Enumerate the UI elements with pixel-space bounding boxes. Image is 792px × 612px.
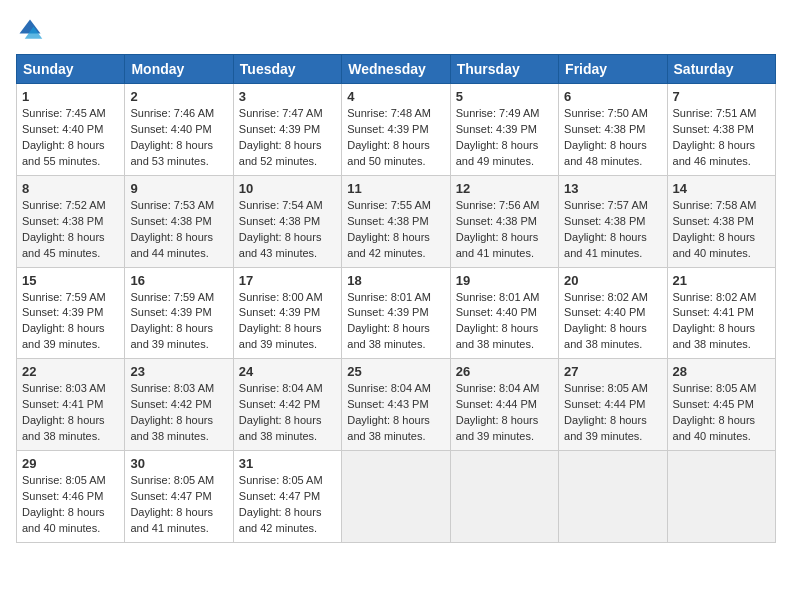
day-info: Sunrise: 8:05 AMSunset: 4:44 PMDaylight:…	[564, 381, 661, 445]
day-info: Sunrise: 8:05 AMSunset: 4:47 PMDaylight:…	[130, 473, 227, 537]
calendar-day-cell: 6 Sunrise: 7:50 AMSunset: 4:38 PMDayligh…	[559, 84, 667, 176]
day-info: Sunrise: 7:59 AMSunset: 4:39 PMDaylight:…	[22, 290, 119, 354]
day-number: 10	[239, 181, 336, 196]
calendar-day-cell: 22 Sunrise: 8:03 AMSunset: 4:41 PMDaylig…	[17, 359, 125, 451]
day-number: 23	[130, 364, 227, 379]
calendar-day-cell: 15 Sunrise: 7:59 AMSunset: 4:39 PMDaylig…	[17, 267, 125, 359]
day-info: Sunrise: 8:02 AMSunset: 4:41 PMDaylight:…	[673, 290, 770, 354]
day-number: 18	[347, 273, 444, 288]
day-number: 25	[347, 364, 444, 379]
day-number: 19	[456, 273, 553, 288]
day-number: 20	[564, 273, 661, 288]
calendar-body: 1 Sunrise: 7:45 AMSunset: 4:40 PMDayligh…	[17, 84, 776, 543]
day-number: 12	[456, 181, 553, 196]
day-number: 9	[130, 181, 227, 196]
day-info: Sunrise: 8:05 AMSunset: 4:45 PMDaylight:…	[673, 381, 770, 445]
calendar-week-row: 15 Sunrise: 7:59 AMSunset: 4:39 PMDaylig…	[17, 267, 776, 359]
calendar-day-cell	[559, 451, 667, 543]
day-info: Sunrise: 7:51 AMSunset: 4:38 PMDaylight:…	[673, 106, 770, 170]
calendar-day-cell: 19 Sunrise: 8:01 AMSunset: 4:40 PMDaylig…	[450, 267, 558, 359]
day-number: 11	[347, 181, 444, 196]
day-number: 7	[673, 89, 770, 104]
weekday-header-cell: Wednesday	[342, 55, 450, 84]
day-number: 17	[239, 273, 336, 288]
day-number: 2	[130, 89, 227, 104]
logo-icon	[16, 16, 44, 44]
day-number: 26	[456, 364, 553, 379]
calendar-day-cell: 4 Sunrise: 7:48 AMSunset: 4:39 PMDayligh…	[342, 84, 450, 176]
day-info: Sunrise: 7:46 AMSunset: 4:40 PMDaylight:…	[130, 106, 227, 170]
calendar-day-cell: 28 Sunrise: 8:05 AMSunset: 4:45 PMDaylig…	[667, 359, 775, 451]
day-info: Sunrise: 8:02 AMSunset: 4:40 PMDaylight:…	[564, 290, 661, 354]
day-number: 28	[673, 364, 770, 379]
calendar-day-cell: 9 Sunrise: 7:53 AMSunset: 4:38 PMDayligh…	[125, 175, 233, 267]
calendar-day-cell: 2 Sunrise: 7:46 AMSunset: 4:40 PMDayligh…	[125, 84, 233, 176]
page-header	[16, 16, 776, 44]
day-number: 15	[22, 273, 119, 288]
weekday-header-cell: Saturday	[667, 55, 775, 84]
day-info: Sunrise: 8:04 AMSunset: 4:42 PMDaylight:…	[239, 381, 336, 445]
day-info: Sunrise: 7:48 AMSunset: 4:39 PMDaylight:…	[347, 106, 444, 170]
day-number: 13	[564, 181, 661, 196]
calendar-week-row: 1 Sunrise: 7:45 AMSunset: 4:40 PMDayligh…	[17, 84, 776, 176]
calendar-week-row: 8 Sunrise: 7:52 AMSunset: 4:38 PMDayligh…	[17, 175, 776, 267]
calendar-day-cell: 13 Sunrise: 7:57 AMSunset: 4:38 PMDaylig…	[559, 175, 667, 267]
day-info: Sunrise: 7:45 AMSunset: 4:40 PMDaylight:…	[22, 106, 119, 170]
calendar-table: SundayMondayTuesdayWednesdayThursdayFrid…	[16, 54, 776, 543]
calendar-day-cell: 31 Sunrise: 8:05 AMSunset: 4:47 PMDaylig…	[233, 451, 341, 543]
day-info: Sunrise: 7:57 AMSunset: 4:38 PMDaylight:…	[564, 198, 661, 262]
day-number: 30	[130, 456, 227, 471]
day-number: 29	[22, 456, 119, 471]
day-number: 14	[673, 181, 770, 196]
weekday-header-cell: Thursday	[450, 55, 558, 84]
day-info: Sunrise: 7:59 AMSunset: 4:39 PMDaylight:…	[130, 290, 227, 354]
day-info: Sunrise: 8:03 AMSunset: 4:41 PMDaylight:…	[22, 381, 119, 445]
day-number: 22	[22, 364, 119, 379]
calendar-day-cell: 20 Sunrise: 8:02 AMSunset: 4:40 PMDaylig…	[559, 267, 667, 359]
day-number: 27	[564, 364, 661, 379]
calendar-day-cell: 16 Sunrise: 7:59 AMSunset: 4:39 PMDaylig…	[125, 267, 233, 359]
day-info: Sunrise: 7:54 AMSunset: 4:38 PMDaylight:…	[239, 198, 336, 262]
calendar-day-cell: 8 Sunrise: 7:52 AMSunset: 4:38 PMDayligh…	[17, 175, 125, 267]
day-info: Sunrise: 7:52 AMSunset: 4:38 PMDaylight:…	[22, 198, 119, 262]
calendar-day-cell: 27 Sunrise: 8:05 AMSunset: 4:44 PMDaylig…	[559, 359, 667, 451]
calendar-day-cell: 5 Sunrise: 7:49 AMSunset: 4:39 PMDayligh…	[450, 84, 558, 176]
weekday-header-cell: Monday	[125, 55, 233, 84]
day-number: 24	[239, 364, 336, 379]
day-info: Sunrise: 7:58 AMSunset: 4:38 PMDaylight:…	[673, 198, 770, 262]
calendar-day-cell: 3 Sunrise: 7:47 AMSunset: 4:39 PMDayligh…	[233, 84, 341, 176]
day-number: 1	[22, 89, 119, 104]
day-info: Sunrise: 8:05 AMSunset: 4:46 PMDaylight:…	[22, 473, 119, 537]
day-number: 21	[673, 273, 770, 288]
day-info: Sunrise: 8:03 AMSunset: 4:42 PMDaylight:…	[130, 381, 227, 445]
calendar-day-cell: 24 Sunrise: 8:04 AMSunset: 4:42 PMDaylig…	[233, 359, 341, 451]
weekday-header-row: SundayMondayTuesdayWednesdayThursdayFrid…	[17, 55, 776, 84]
calendar-day-cell: 14 Sunrise: 7:58 AMSunset: 4:38 PMDaylig…	[667, 175, 775, 267]
day-number: 31	[239, 456, 336, 471]
calendar-day-cell: 26 Sunrise: 8:04 AMSunset: 4:44 PMDaylig…	[450, 359, 558, 451]
day-info: Sunrise: 7:49 AMSunset: 4:39 PMDaylight:…	[456, 106, 553, 170]
calendar-week-row: 29 Sunrise: 8:05 AMSunset: 4:46 PMDaylig…	[17, 451, 776, 543]
weekday-header-cell: Friday	[559, 55, 667, 84]
calendar-day-cell	[342, 451, 450, 543]
calendar-day-cell: 7 Sunrise: 7:51 AMSunset: 4:38 PMDayligh…	[667, 84, 775, 176]
calendar-day-cell: 30 Sunrise: 8:05 AMSunset: 4:47 PMDaylig…	[125, 451, 233, 543]
calendar-day-cell: 10 Sunrise: 7:54 AMSunset: 4:38 PMDaylig…	[233, 175, 341, 267]
calendar-day-cell: 23 Sunrise: 8:03 AMSunset: 4:42 PMDaylig…	[125, 359, 233, 451]
calendar-day-cell: 18 Sunrise: 8:01 AMSunset: 4:39 PMDaylig…	[342, 267, 450, 359]
day-info: Sunrise: 7:55 AMSunset: 4:38 PMDaylight:…	[347, 198, 444, 262]
day-number: 4	[347, 89, 444, 104]
calendar-week-row: 22 Sunrise: 8:03 AMSunset: 4:41 PMDaylig…	[17, 359, 776, 451]
day-info: Sunrise: 7:50 AMSunset: 4:38 PMDaylight:…	[564, 106, 661, 170]
day-number: 3	[239, 89, 336, 104]
day-number: 6	[564, 89, 661, 104]
day-info: Sunrise: 8:04 AMSunset: 4:43 PMDaylight:…	[347, 381, 444, 445]
day-number: 16	[130, 273, 227, 288]
day-info: Sunrise: 8:01 AMSunset: 4:40 PMDaylight:…	[456, 290, 553, 354]
calendar-day-cell: 12 Sunrise: 7:56 AMSunset: 4:38 PMDaylig…	[450, 175, 558, 267]
weekday-header-cell: Sunday	[17, 55, 125, 84]
day-number: 5	[456, 89, 553, 104]
day-info: Sunrise: 7:56 AMSunset: 4:38 PMDaylight:…	[456, 198, 553, 262]
weekday-header-cell: Tuesday	[233, 55, 341, 84]
day-info: Sunrise: 8:01 AMSunset: 4:39 PMDaylight:…	[347, 290, 444, 354]
